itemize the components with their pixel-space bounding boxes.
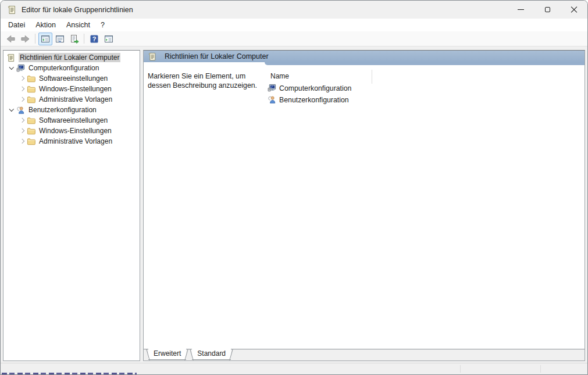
toolbar-separator bbox=[35, 34, 35, 44]
console-tree-icon bbox=[41, 34, 50, 44]
tree-item-local-computer-policy[interactable]: Richtlinien für Lokaler Computer bbox=[3, 52, 140, 63]
tree-item-administrative-templates[interactable]: Administrative Vorlagen bbox=[3, 136, 140, 147]
tab-erweitert[interactable]: Erweitert bbox=[148, 349, 186, 360]
menu-datei[interactable]: Datei bbox=[3, 20, 30, 30]
chevron-right-icon bbox=[20, 87, 24, 91]
items-list: Name Computerkonfiguration Benutzerkonfi… bbox=[265, 66, 585, 349]
gpo-icon bbox=[148, 52, 156, 61]
list-item-computer-configuration[interactable]: Computerkonfiguration bbox=[265, 83, 585, 94]
list-item-label: Computerkonfiguration bbox=[279, 84, 351, 92]
folder-icon bbox=[27, 116, 35, 125]
folder-icon bbox=[27, 74, 35, 83]
user-icon bbox=[16, 106, 25, 115]
statusbar-divider bbox=[540, 365, 541, 373]
tree-item-software-settings[interactable]: Softwareeinstellungen bbox=[3, 115, 140, 126]
tree-item-windows-settings[interactable]: Windows-Einstellungen bbox=[3, 126, 140, 136]
status-bar bbox=[1, 363, 587, 374]
folder-icon bbox=[27, 95, 35, 104]
console-content: Richtlinien für Lokaler Computer Compute… bbox=[1, 47, 587, 363]
tree-item-label: Windows-Einstellungen bbox=[38, 126, 113, 135]
result-pane-title: Richtlinien für Lokaler Computer bbox=[165, 52, 269, 60]
minimize-icon bbox=[518, 9, 524, 10]
maximize-button[interactable] bbox=[534, 1, 561, 19]
window-title: Editor für lokale Gruppenrichtlinien bbox=[22, 6, 133, 14]
folder-icon bbox=[27, 137, 35, 146]
forward-arrow-icon bbox=[20, 34, 31, 44]
user-icon bbox=[268, 95, 276, 104]
show-console-tree-button[interactable] bbox=[38, 33, 52, 45]
folder-icon bbox=[27, 127, 35, 135]
header-curve-extension bbox=[265, 62, 585, 65]
computer-icon bbox=[268, 84, 276, 92]
chevron-right-icon bbox=[20, 97, 24, 102]
tree-item-windows-settings[interactable]: Windows-Einstellungen bbox=[3, 84, 140, 94]
gpedit-window: Editor für lokale Gruppenrichtlinien Dat… bbox=[0, 0, 588, 375]
tree-item-label: Administrative Vorlagen bbox=[38, 137, 113, 146]
window-list-icon bbox=[55, 34, 65, 44]
action-pane-icon bbox=[104, 34, 113, 44]
tree-item-label: Windows-Einstellungen bbox=[38, 84, 113, 94]
export-list-button[interactable] bbox=[67, 33, 81, 45]
tree-item-label: Administrative Vorlagen bbox=[38, 95, 113, 104]
console-tree-pane: Richtlinien für Lokaler Computer Compute… bbox=[3, 50, 140, 361]
tree-item-label: Softwareeinstellungen bbox=[38, 116, 109, 125]
toolbar bbox=[1, 31, 587, 47]
column-header-name[interactable]: Name bbox=[265, 72, 289, 80]
result-pane: Richtlinien für Lokaler Computer Markier… bbox=[143, 50, 585, 361]
help-icon bbox=[90, 34, 99, 44]
list-header-row: Name bbox=[265, 70, 585, 82]
result-pane-header-curve bbox=[144, 62, 585, 66]
tree-item-label: Richtlinien für Lokaler Computer bbox=[19, 53, 120, 62]
minimize-button[interactable] bbox=[507, 1, 534, 19]
toolbar-separator bbox=[84, 34, 84, 44]
close-button[interactable] bbox=[561, 1, 587, 19]
screen-edge-artifact bbox=[2, 373, 137, 374]
tree-item-user-configuration[interactable]: Benutzerkonfiguration bbox=[3, 105, 140, 115]
help-button[interactable] bbox=[87, 33, 101, 45]
chevron-right-icon bbox=[20, 118, 24, 123]
properties-button[interactable] bbox=[53, 33, 67, 45]
result-pane-body: Markieren Sie ein Element, um dessen Bes… bbox=[144, 66, 585, 349]
column-divider[interactable] bbox=[372, 70, 372, 84]
menu-bar: Datei Aktion Ansicht ? bbox=[1, 19, 587, 31]
menu-ansicht[interactable]: Ansicht bbox=[61, 20, 95, 30]
back-arrow-icon bbox=[5, 34, 16, 44]
chevron-down-icon bbox=[9, 107, 14, 112]
computer-icon bbox=[16, 64, 25, 73]
tree-item-computer-configuration[interactable]: Computerkonfiguration bbox=[3, 63, 140, 73]
tree-item-administrative-templates[interactable]: Administrative Vorlagen bbox=[3, 94, 140, 105]
window-controls bbox=[507, 1, 587, 19]
tree-item-label: Benutzerkonfiguration bbox=[27, 105, 98, 115]
export-list-icon bbox=[70, 34, 79, 44]
menu-aktion[interactable]: Aktion bbox=[30, 20, 61, 30]
list-item-label: Benutzerkonfiguration bbox=[279, 96, 349, 104]
tab-standard[interactable]: Standard bbox=[192, 349, 231, 360]
back-button[interactable] bbox=[4, 33, 18, 45]
result-pane-header: Richtlinien für Lokaler Computer bbox=[144, 51, 585, 62]
statusbar-divider bbox=[460, 365, 461, 373]
menu-help[interactable]: ? bbox=[95, 20, 110, 30]
view-tabstrip: Erweitert Standard bbox=[144, 349, 585, 360]
gpo-icon bbox=[6, 53, 15, 62]
chevron-right-icon bbox=[20, 139, 24, 144]
tree-item-label: Computerkonfiguration bbox=[27, 63, 100, 73]
tree-item-label: Softwareeinstellungen bbox=[38, 74, 109, 83]
title-bar: Editor für lokale Gruppenrichtlinien bbox=[1, 1, 587, 19]
maximize-icon bbox=[545, 7, 550, 12]
tree-item-software-settings[interactable]: Softwareeinstellungen bbox=[3, 73, 140, 84]
chevron-down-icon bbox=[9, 65, 14, 70]
folder-icon bbox=[27, 85, 35, 94]
close-icon bbox=[571, 6, 578, 13]
chevron-right-icon bbox=[20, 128, 24, 133]
forward-button[interactable] bbox=[19, 33, 33, 45]
chevron-right-icon bbox=[20, 76, 24, 81]
show-action-pane-button[interactable] bbox=[102, 33, 116, 45]
list-item-user-configuration[interactable]: Benutzerkonfiguration bbox=[265, 94, 585, 105]
gpo-icon bbox=[7, 5, 16, 15]
selection-description: Markieren Sie ein Element, um dessen Bes… bbox=[144, 66, 265, 349]
